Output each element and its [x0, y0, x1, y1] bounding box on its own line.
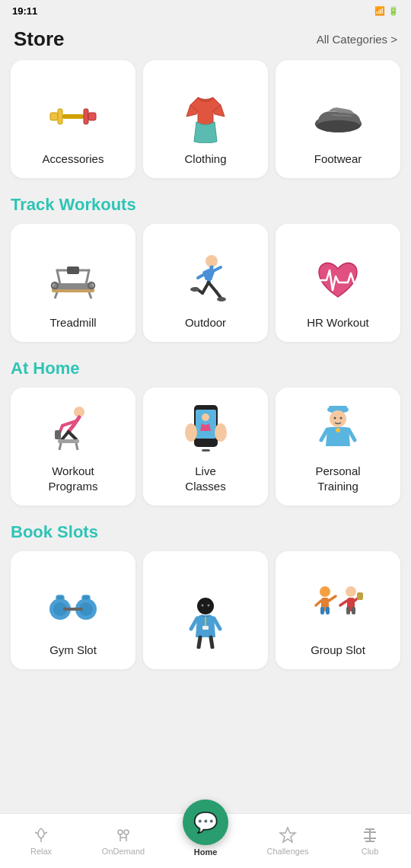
chat-fab[interactable]: 💬 [183, 799, 228, 845]
footwear-icon [311, 89, 365, 144]
svg-rect-3 [84, 109, 88, 124]
person-icon [178, 595, 233, 649]
group-slot-label: Group Slot [311, 643, 365, 658]
nav-ondemand[interactable]: OnDemand [82, 826, 164, 856]
svg-rect-32 [58, 439, 79, 443]
home-slot-card[interactable] [143, 551, 268, 669]
svg-point-38 [202, 413, 209, 421]
ondemand-label: OnDemand [102, 847, 145, 856]
svg-line-71 [329, 596, 336, 601]
clothing-label: Clothing [184, 152, 226, 167]
svg-point-40 [215, 423, 227, 442]
workout-programs-card[interactable]: Workout Programs [11, 388, 135, 506]
gym-icon [46, 580, 100, 635]
svg-line-14 [89, 292, 91, 298]
at-home-cards-row: Workout Programs Live Classes [11, 388, 400, 506]
svg-point-83 [124, 830, 129, 834]
svg-rect-1 [58, 109, 62, 124]
workout-programs-label: Workout Programs [48, 464, 97, 493]
svg-point-39 [185, 423, 197, 442]
group-icon [311, 580, 365, 635]
nav-challenges[interactable]: Challenges [247, 826, 329, 856]
svg-point-25 [190, 287, 199, 292]
svg-rect-12 [67, 266, 79, 274]
personal-training-label: Personal Training [315, 464, 360, 493]
at-home-title: At Home [11, 359, 400, 378]
challenges-icon [279, 826, 297, 844]
group-slot-card[interactable]: Group Slot [276, 551, 400, 669]
svg-line-34 [76, 443, 78, 450]
status-icons: 📶🔋 [374, 6, 399, 16]
nav-relax[interactable]: Relax [0, 826, 82, 856]
track-workouts-title: Track Workouts [11, 195, 400, 215]
svg-point-57 [197, 598, 214, 614]
workout-icon [46, 401, 100, 456]
track-cards-row: Treadmill [11, 224, 400, 342]
svg-line-81 [44, 832, 47, 834]
svg-line-49 [349, 429, 355, 440]
nav-club[interactable]: Club [329, 826, 411, 856]
svg-point-44 [330, 410, 346, 427]
svg-rect-68 [320, 607, 324, 614]
gym-slot-card[interactable]: Gym Slot [11, 551, 135, 669]
svg-line-21 [202, 282, 209, 293]
personal-training-card[interactable]: Personal Training [276, 388, 400, 506]
svg-point-59 [207, 605, 209, 607]
svg-rect-55 [82, 595, 90, 600]
hr-workout-label: HR Workout [307, 315, 368, 330]
dumbbell-icon [46, 89, 100, 144]
footwear-label: Footwear [314, 152, 362, 167]
club-icon [361, 826, 379, 844]
svg-line-78 [340, 601, 347, 605]
svg-point-82 [118, 830, 123, 834]
footwear-card[interactable]: Footwear [276, 60, 400, 178]
relax-icon [32, 826, 50, 844]
svg-point-58 [201, 605, 203, 607]
svg-rect-35 [55, 430, 61, 439]
svg-line-23 [209, 282, 216, 292]
svg-rect-69 [326, 607, 330, 614]
svg-rect-56 [63, 608, 83, 611]
treadmill-icon [46, 253, 100, 308]
book-slots-title: Book Slots [11, 522, 400, 542]
svg-point-45 [334, 417, 336, 420]
live-classes-card[interactable]: Live Classes [143, 388, 268, 506]
relax-label: Relax [30, 847, 52, 856]
store-section: Accessories Clothing [0, 60, 411, 186]
svg-point-6 [317, 120, 361, 131]
heart-icon [311, 253, 365, 308]
svg-marker-88 [280, 828, 295, 842]
svg-rect-2 [62, 114, 84, 119]
svg-rect-0 [50, 113, 58, 120]
svg-rect-74 [346, 607, 350, 614]
svg-line-48 [321, 429, 327, 440]
book-slots-cards-row: Gym Slot [11, 551, 400, 669]
treadmill-card[interactable]: Treadmill [11, 224, 135, 342]
svg-line-24 [216, 292, 221, 298]
live-classes-label: Live Classes [185, 464, 225, 493]
clothing-card[interactable]: Clothing [143, 60, 268, 178]
clothing-icon [178, 89, 233, 144]
svg-line-13 [55, 292, 57, 298]
svg-line-33 [59, 443, 61, 450]
all-categories-link[interactable]: All Categories > [317, 33, 397, 46]
home-nav-label: Home [194, 847, 218, 857]
chat-icon: 💬 [193, 811, 218, 834]
svg-rect-4 [88, 113, 96, 120]
svg-point-26 [217, 297, 226, 302]
ondemand-icon [114, 826, 132, 844]
page-title: Store [14, 27, 64, 51]
svg-line-31 [68, 432, 76, 439]
hr-workout-card[interactable]: HR Workout [276, 224, 400, 342]
svg-line-64 [199, 637, 200, 647]
outdoor-card[interactable]: Outdoor [143, 224, 268, 342]
store-cards-row: Accessories Clothing [11, 60, 400, 178]
svg-point-72 [346, 586, 356, 597]
svg-line-70 [316, 601, 321, 605]
status-bar: 19:11 📶🔋 [0, 0, 411, 21]
accessories-card[interactable]: Accessories [11, 60, 135, 178]
svg-rect-41 [202, 449, 210, 452]
svg-line-63 [214, 618, 220, 629]
svg-line-65 [211, 637, 212, 647]
outdoor-label: Outdoor [185, 315, 226, 330]
